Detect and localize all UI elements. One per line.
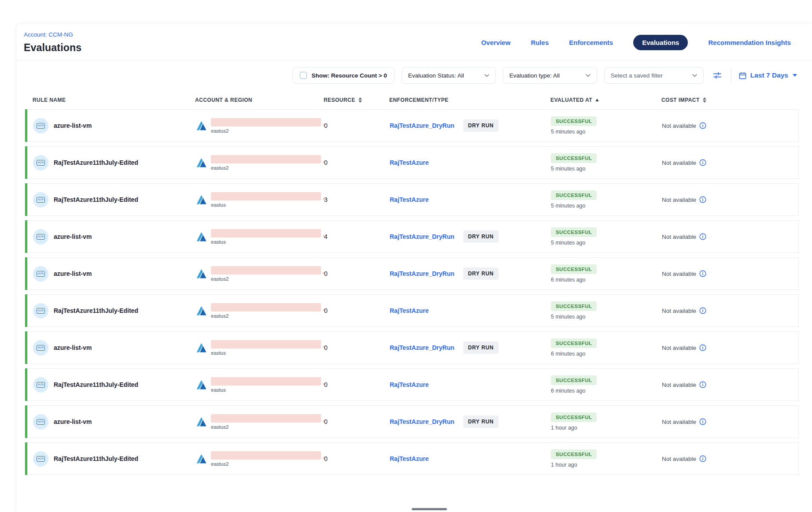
enforcement-link[interactable]: RajTestAzure_DryRun	[390, 122, 454, 129]
enforcement-link[interactable]: RajTestAzure	[390, 455, 428, 462]
account-info: eastus2	[211, 414, 325, 430]
cost-impact-value: Not available	[662, 382, 696, 388]
saved-filter-dropdown[interactable]: Select a saved filter	[604, 67, 704, 84]
azure-logo-icon	[196, 305, 207, 317]
resource-count-cell: 0	[324, 270, 390, 277]
table-row[interactable]: </> azure-list-vm eastus 0 RajTestAzur	[25, 331, 799, 364]
show-resource-count-filter[interactable]: Show: Resource Count > 0	[292, 67, 394, 84]
code-rule-icon: </>	[37, 456, 45, 462]
cost-impact-value: Not available	[662, 122, 696, 129]
cost-impact-cell: Not available	[662, 381, 798, 388]
table-row[interactable]: </> RajTestAzure11thJuly-Edited eastus2 …	[25, 442, 799, 475]
rule-icon: </>	[33, 451, 48, 467]
nav-tab-enforcements[interactable]: Enforcements	[569, 39, 613, 46]
table-row[interactable]: </> azure-list-vm eastus2 0 RajTestAzu	[25, 257, 799, 290]
info-icon[interactable]	[699, 307, 706, 314]
evaluation-type-dropdown[interactable]: Evaluation type: All	[503, 67, 597, 84]
rule-name: RajTestAzure11thJuly-Edited	[54, 381, 138, 388]
redaction-bar	[211, 340, 321, 349]
resource-count-checkbox[interactable]	[300, 72, 307, 79]
nav-tab-rules[interactable]: Rules	[531, 39, 549, 46]
evaluated-at-cell: SUCCESSFUL 5 minutes ago	[551, 116, 662, 135]
rule-icon: </>	[33, 414, 48, 430]
enforcement-cell: RajTestAzure_DryRun DRY RUN	[390, 119, 551, 132]
info-icon[interactable]	[699, 122, 706, 129]
resource-count-cell: 0	[324, 122, 390, 129]
rule-name-cell: </> RajTestAzure11thJuly-Edited	[33, 451, 196, 467]
redacted-account-name	[211, 451, 325, 460]
info-icon[interactable]	[699, 418, 706, 425]
nav-tab-evaluations-active[interactable]: Evaluations	[633, 35, 688, 50]
date-range-picker[interactable]: Last 7 Days	[738, 71, 797, 80]
info-icon[interactable]	[699, 159, 706, 166]
saved-filter-placeholder: Select a saved filter	[611, 72, 663, 79]
info-icon[interactable]	[699, 233, 706, 240]
sort-icon[interactable]	[358, 97, 362, 103]
evaluated-timestamp: 1 hour ago	[551, 425, 577, 431]
enforcement-link[interactable]: RajTestAzure_DryRun	[390, 344, 454, 351]
account-info: eastus	[211, 192, 325, 208]
evaluation-status-dropdown[interactable]: Evaluation Status: All	[402, 67, 496, 84]
row-status-accent-bar	[25, 442, 27, 475]
column-header-cost-impact[interactable]: COST IMPACT	[661, 97, 799, 103]
info-icon[interactable]	[699, 196, 706, 203]
account-region-cell: eastus2	[196, 303, 324, 319]
table-row[interactable]: </> azure-list-vm eastus2 0 RajTestAzu	[25, 405, 799, 438]
info-icon[interactable]	[699, 344, 706, 351]
resource-count-cell: 0	[324, 455, 390, 462]
redacted-account-name	[211, 377, 325, 386]
table-row[interactable]: </> RajTestAzure11thJuly-Edited eastus 0	[25, 368, 799, 401]
enforcement-link[interactable]: RajTestAzure_DryRun	[390, 233, 454, 240]
region-label: eastus2	[211, 128, 325, 134]
filter-settings-button[interactable]	[711, 69, 724, 82]
nav-tab-recommendation-insights[interactable]: Recommendation Insights	[708, 39, 791, 46]
table-row[interactable]: </> azure-list-vm eastus2 0 RajTestAzu	[25, 109, 799, 142]
status-badge: SUCCESSFUL	[551, 301, 597, 311]
resource-count-cell: 0	[324, 307, 390, 314]
column-header-resource[interactable]: RESOURCE	[324, 97, 389, 103]
row-status-accent-bar	[25, 331, 27, 364]
cost-impact-cell: Not available	[662, 196, 798, 203]
enforcement-link[interactable]: RajTestAzure	[390, 159, 428, 166]
cost-impact-cell: Not available	[662, 418, 798, 425]
info-icon[interactable]	[699, 455, 706, 462]
code-rule-icon: </>	[37, 308, 45, 314]
code-rule-icon: </>	[37, 123, 45, 129]
evaluated-timestamp: 5 minutes ago	[551, 314, 586, 320]
enforcement-link[interactable]: RajTestAzure_DryRun	[390, 418, 454, 425]
cost-impact-value: Not available	[662, 234, 696, 240]
table-row[interactable]: </> RajTestAzure11thJuly-Edited eastus 3	[25, 183, 799, 216]
sort-icon[interactable]	[703, 97, 706, 103]
table-row[interactable]: </> RajTestAzure11thJuly-Edited eastus2 …	[25, 294, 799, 327]
column-label: EVALUATED AT	[550, 97, 592, 103]
rule-name: RajTestAzure11thJuly-Edited	[54, 455, 138, 462]
top-nav: Overview Rules Enforcements Evaluations …	[481, 35, 791, 50]
row-status-accent-bar	[25, 109, 27, 142]
evaluated-at-cell: SUCCESSFUL 5 minutes ago	[551, 190, 662, 209]
nav-tab-overview[interactable]: Overview	[481, 39, 511, 46]
status-badge: SUCCESSFUL	[551, 190, 597, 200]
account-breadcrumb[interactable]: Account: CCM-NG	[24, 31, 81, 38]
account-info: eastus	[211, 229, 325, 245]
enforcement-link[interactable]: RajTestAzure	[390, 307, 428, 314]
sort-ascending-icon[interactable]	[595, 99, 599, 101]
chevron-down-icon	[484, 74, 489, 77]
table-row[interactable]: </> azure-list-vm eastus 4 RajTestAzur	[25, 220, 799, 253]
horizontal-scrollbar-thumb[interactable]	[412, 508, 447, 510]
redacted-account-name	[211, 266, 325, 275]
info-icon[interactable]	[699, 381, 706, 388]
column-header-evaluated-at[interactable]: EVALUATED AT	[550, 97, 661, 103]
status-badge: SUCCESSFUL	[551, 153, 597, 163]
enforcement-link[interactable]: RajTestAzure_DryRun	[390, 270, 454, 277]
row-status-accent-bar	[25, 257, 27, 290]
row-status-accent-bar	[25, 183, 27, 216]
status-badge: SUCCESSFUL	[551, 338, 597, 348]
enforcement-link[interactable]: RajTestAzure	[390, 381, 428, 388]
cost-impact-value: Not available	[662, 345, 696, 351]
info-icon[interactable]	[699, 270, 706, 277]
evaluations-panel: Account: CCM-NG Evaluations Overview Rul…	[17, 24, 812, 512]
table-body: </> azure-list-vm eastus2 0 RajTestAzu	[25, 109, 799, 475]
code-rule-icon: </>	[37, 345, 45, 351]
enforcement-link[interactable]: RajTestAzure	[390, 196, 428, 203]
table-row[interactable]: </> RajTestAzure11thJuly-Edited eastus2 …	[25, 146, 799, 179]
